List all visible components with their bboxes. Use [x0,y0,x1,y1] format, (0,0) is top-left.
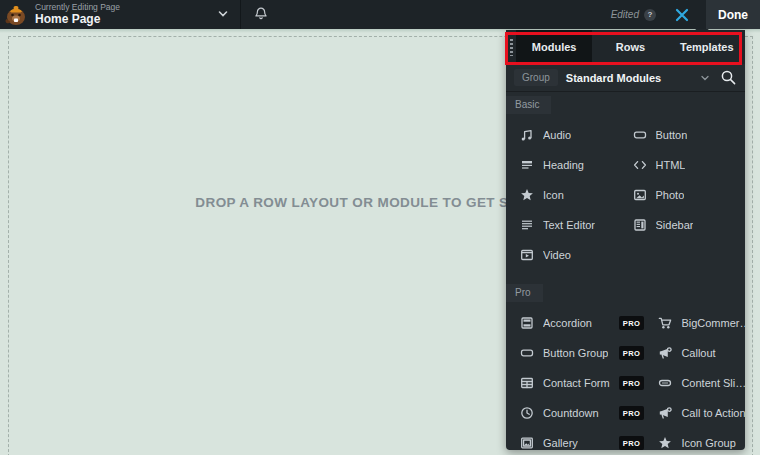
top-toolbar: Currently Editing Page Home Page Edited … [0,0,760,29]
module-heading[interactable]: Heading [516,150,623,180]
notifications-bell-icon[interactable] [253,6,269,22]
module-accordion[interactable]: Accordion PRO [516,308,648,338]
module-audio[interactable]: Audio [516,120,623,150]
megaphone-icon [658,346,672,360]
photo-icon [633,188,647,202]
module-button[interactable]: Button [629,120,736,150]
module-icon-group[interactable]: Icon Group PRO [654,428,745,450]
module-text-editor[interactable]: Text Editor [516,210,623,240]
tab-rows[interactable]: Rows [592,30,668,64]
pro-badge: PRO [619,316,645,330]
text-lines-icon [520,218,534,232]
module-gallery[interactable]: Gallery PRO [516,428,648,450]
module-icon[interactable]: Icon [516,180,623,210]
module-list-scroll-area[interactable]: Basic Audio Button [506,92,745,450]
button-icon [520,346,534,360]
chevron-down-icon[interactable] [216,7,230,21]
edited-status: Edited [611,9,639,20]
slider-pill-icon [658,376,672,390]
accordion-icon [520,316,534,330]
megaphone-icon [658,406,672,420]
close-panel-x-icon[interactable] [674,7,690,23]
module-html[interactable]: HTML [629,150,736,180]
module-button-group[interactable]: Button Group PRO [516,338,648,368]
clock-icon [520,406,534,420]
pro-badge: PRO [619,406,645,420]
group-dropdown[interactable]: Standard Modules [566,72,720,84]
star-icon [520,188,534,202]
module-content-slider[interactable]: Content Sli… PRO [654,368,745,398]
module-video[interactable]: Video [516,240,623,270]
basic-modules-grid: Audio Button Heading HTM [506,114,745,270]
module-countdown[interactable]: Countdown PRO [516,398,648,428]
pro-modules-grid: Accordion PRO BigCommer… PRO Button Grou… [506,302,745,450]
pro-badge: PRO [619,436,645,450]
music-note-icon [520,128,534,142]
tab-modules[interactable]: Modules [516,30,592,64]
heading-lines-icon [520,158,534,172]
button-icon [633,128,647,142]
help-icon[interactable]: ? [644,9,656,21]
module-photo[interactable]: Photo [629,180,736,210]
section-header-pro: Pro [506,282,745,302]
page-title: Home Page [35,13,120,26]
panel-drag-grip-icon[interactable] [510,39,513,56]
module-call-to-action[interactable]: Call to Action PRO [654,398,745,428]
shopping-cart-icon [658,316,672,330]
sidebar-icon [633,218,647,232]
done-button[interactable]: Done [706,0,760,29]
pro-badge: PRO [619,376,645,390]
panel-tab-bar: Modules Rows Templates [506,30,745,64]
chevron-down-icon [700,73,710,83]
group-label: Group [514,69,558,86]
content-panel: Modules Rows Templates Group Standard Mo… [506,30,745,450]
search-icon[interactable] [720,69,737,86]
gallery-icon [520,436,534,450]
video-player-icon [520,248,534,262]
module-sidebar[interactable]: Sidebar [629,210,736,240]
star-icon [658,436,672,450]
module-callout[interactable]: Callout PRO [654,338,745,368]
group-selected-value: Standard Modules [566,72,661,84]
pro-badge: PRO [619,346,645,360]
toolbar-divider [240,0,241,29]
code-brackets-icon [633,158,647,172]
beaver-builder-logo-icon[interactable] [4,3,28,27]
module-group-row: Group Standard Modules [506,64,745,92]
section-header-basic: Basic [506,94,745,114]
tab-templates[interactable]: Templates [669,30,745,64]
current-page-selector[interactable]: Currently Editing Page Home Page [35,3,120,26]
module-contact-form[interactable]: Contact Form PRO [516,368,648,398]
form-table-icon [520,376,534,390]
module-bigcommerce[interactable]: BigCommer… PRO [654,308,745,338]
empty-cell [629,240,736,270]
